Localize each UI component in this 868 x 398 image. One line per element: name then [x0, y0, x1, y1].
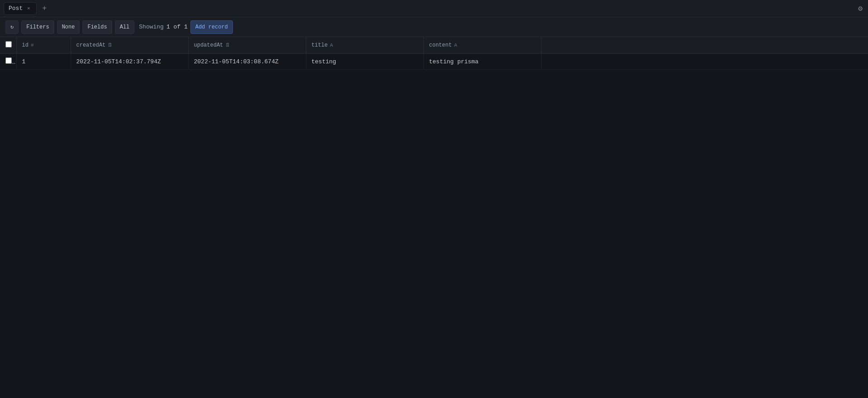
filters-label: Filters	[26, 24, 49, 30]
updatedat-col-label: updatedAt	[194, 42, 223, 48]
fields-label: Fields	[87, 24, 107, 30]
header-title-col: title A	[306, 37, 423, 53]
title-col-label: title	[312, 42, 328, 48]
id-col-header: id #	[22, 42, 65, 48]
header-checkbox-col	[0, 37, 16, 53]
table-header-row: id # createdAt 🗓 updatedAt 🗓	[0, 37, 868, 53]
row-checkbox-cell	[0, 53, 16, 70]
all-button[interactable]: All	[115, 20, 135, 34]
row-rest-cell	[541, 53, 868, 70]
createdat-col-icon: 🗓	[108, 42, 113, 48]
row-title-cell: testing	[306, 53, 423, 70]
all-label: All	[120, 24, 130, 30]
createdat-col-label: createdAt	[76, 42, 106, 48]
tab-close-button[interactable]: ×	[25, 5, 32, 12]
table-row[interactable]: 12022-11-05T14:02:37.794Z2022-11-05T14:0…	[0, 53, 868, 70]
updatedat-col-header: updatedAt 🗓	[194, 42, 300, 48]
row-id-cell: 1	[16, 53, 71, 70]
tab-post-label: Post	[9, 5, 23, 12]
updatedat-col-icon: 🗓	[225, 42, 230, 48]
tab-add-button[interactable]: +	[38, 3, 50, 14]
filters-button[interactable]: Filters	[21, 20, 54, 34]
fields-button[interactable]: Fields	[82, 20, 112, 34]
title-col-icon: A	[330, 43, 333, 48]
showing-label: Showing	[139, 24, 164, 30]
row-updatedat-cell: 2022-11-05T14:03:08.674Z	[188, 53, 306, 70]
content-col-label: content	[429, 42, 452, 48]
tab-post[interactable]: Post ×	[4, 2, 37, 15]
toolbar: ↻ Filters None Fields All Showing 1 of 1…	[0, 17, 868, 37]
content-col-header: content A	[429, 42, 536, 48]
tab-bar: Post × + ⚙	[0, 0, 868, 17]
row-createdat-cell: 2022-11-05T14:02:37.794Z	[71, 53, 188, 70]
refresh-button[interactable]: ↻	[5, 20, 19, 34]
header-updatedat-col: updatedAt 🗓	[188, 37, 306, 53]
header-createdat-col: createdAt 🗓	[71, 37, 188, 53]
header-rest-col	[541, 37, 868, 53]
table-body: 12022-11-05T14:02:37.794Z2022-11-05T14:0…	[0, 53, 868, 70]
table-header: id # createdAt 🗓 updatedAt 🗓	[0, 37, 868, 53]
add-record-button[interactable]: Add record	[190, 20, 233, 34]
settings-wrapper: ⚙	[856, 2, 864, 15]
content-col-icon: A	[454, 43, 457, 48]
data-table: id # createdAt 🗓 updatedAt 🗓	[0, 37, 868, 70]
id-col-icon: #	[31, 43, 34, 48]
table-container: id # createdAt 🗓 updatedAt 🗓	[0, 37, 868, 70]
none-button[interactable]: None	[57, 20, 80, 34]
createdat-col-header: createdAt 🗓	[76, 42, 183, 48]
row-checkbox[interactable]	[5, 57, 12, 64]
row-content-cell: testing prisma	[423, 53, 541, 70]
settings-icon[interactable]: ⚙	[856, 2, 864, 15]
select-all-checkbox[interactable]	[5, 41, 12, 47]
showing-value: 1 of 1	[166, 24, 188, 30]
refresh-icon: ↻	[10, 24, 14, 30]
header-id-col: id #	[16, 37, 71, 53]
add-record-label: Add record	[195, 24, 228, 30]
title-col-header: title A	[312, 42, 418, 48]
id-col-label: id	[22, 42, 28, 48]
header-content-col: content A	[423, 37, 541, 53]
none-label: None	[62, 24, 75, 30]
